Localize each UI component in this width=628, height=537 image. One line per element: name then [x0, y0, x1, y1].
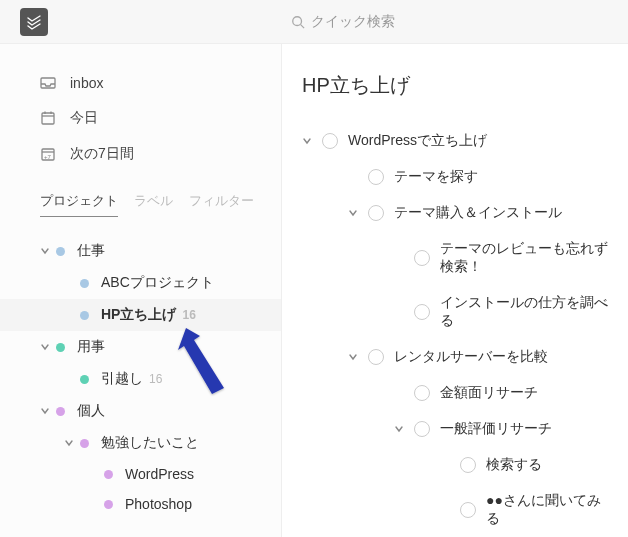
project-label: 勉強したいこと — [101, 434, 199, 452]
nav-today[interactable]: 今日 — [0, 100, 281, 136]
task-label: 一般評価リサーチ — [440, 420, 552, 438]
task-row[interactable]: 金額面リサーチ — [302, 375, 608, 411]
inbox-icon — [40, 75, 56, 91]
project-label: 個人 — [77, 402, 105, 420]
project-row[interactable]: Photoshop — [0, 489, 281, 519]
task-checkbox[interactable] — [368, 349, 384, 365]
project-label: ABCプロジェクト — [101, 274, 214, 292]
project-row[interactable]: 仕事 — [0, 235, 281, 267]
tab-projects[interactable]: プロジェクト — [40, 192, 118, 217]
task-checkbox[interactable] — [414, 385, 430, 401]
topbar: クイック検索 — [0, 0, 628, 44]
layout: inbox 今日 +7 次の7日間 プロジェクト ラベル フィルター 仕事ABC… — [0, 44, 628, 537]
task-row[interactable]: テーマのレビューも忘れず検索！ — [302, 231, 608, 285]
project-color-dot — [80, 439, 89, 448]
project-label: Photoshop — [125, 496, 192, 512]
project-color-dot — [56, 247, 65, 256]
task-label: テーマ購入＆インストール — [394, 204, 562, 222]
task-label: レンタルサーバーを比較 — [394, 348, 548, 366]
task-row[interactable]: テーマ購入＆インストール — [302, 195, 608, 231]
chevron-down-icon[interactable] — [40, 406, 50, 416]
task-label: 金額面リサーチ — [440, 384, 538, 402]
sidebar: inbox 今日 +7 次の7日間 プロジェクト ラベル フィルター 仕事ABC… — [0, 44, 282, 537]
search-icon — [291, 15, 305, 29]
task-checkbox[interactable] — [414, 421, 430, 437]
task-row[interactable]: WordPressで立ち上げ — [302, 123, 608, 159]
project-label: WordPress — [125, 466, 194, 482]
task-label: インストールの仕方を調べる — [440, 294, 608, 330]
project-row[interactable]: 引越し16 — [0, 363, 281, 395]
task-label: テーマを探す — [394, 168, 478, 186]
project-label: 用事 — [77, 338, 105, 356]
task-label: WordPressで立ち上げ — [348, 132, 487, 150]
chevron-down-icon[interactable] — [40, 342, 50, 352]
logo-icon — [26, 14, 42, 30]
task-row[interactable]: レンタルサーバーを比較 — [302, 339, 608, 375]
project-color-dot — [80, 375, 89, 384]
task-label: 検索する — [486, 456, 542, 474]
main-content: HP立ち上げ WordPressで立ち上げテーマを探すテーマ購入＆インストールテ… — [282, 44, 628, 537]
task-checkbox[interactable] — [460, 457, 476, 473]
project-row[interactable]: HP立ち上げ16 — [0, 299, 281, 331]
nav-label: 今日 — [70, 109, 98, 127]
project-color-dot — [80, 279, 89, 288]
nav-label: 次の7日間 — [70, 145, 134, 163]
task-checkbox[interactable] — [460, 502, 476, 518]
project-row[interactable]: WordPress — [0, 459, 281, 489]
svg-rect-3 — [42, 113, 54, 124]
task-checkbox[interactable] — [368, 205, 384, 221]
svg-point-0 — [293, 16, 302, 25]
sidebar-tabs: プロジェクト ラベル フィルター — [0, 172, 281, 225]
task-checkbox[interactable] — [368, 169, 384, 185]
chevron-down-icon[interactable] — [348, 352, 358, 362]
chevron-down-icon[interactable] — [348, 208, 358, 218]
project-row[interactable]: 勉強したいこと — [0, 427, 281, 459]
nav-next7[interactable]: +7 次の7日間 — [0, 136, 281, 172]
project-label: 仕事 — [77, 242, 105, 260]
task-checkbox[interactable] — [322, 133, 338, 149]
chevron-down-icon[interactable] — [394, 424, 404, 434]
project-list: 仕事ABCプロジェクトHP立ち上げ16用事引越し16個人勉強したいことWordP… — [0, 225, 281, 519]
svg-line-1 — [301, 24, 305, 28]
calendar-7-icon: +7 — [40, 146, 56, 162]
project-row[interactable]: 用事 — [0, 331, 281, 363]
project-color-dot — [56, 407, 65, 416]
task-row[interactable]: インストールの仕方を調べる — [302, 285, 608, 339]
task-row[interactable]: 検索する — [302, 447, 608, 483]
project-color-dot — [104, 470, 113, 479]
project-count: 16 — [182, 308, 195, 322]
project-color-dot — [104, 500, 113, 509]
task-label: ●●さんに聞いてみる — [486, 492, 608, 528]
app-logo[interactable] — [20, 8, 48, 36]
project-color-dot — [56, 343, 65, 352]
task-row[interactable]: ●●さんに聞いてみる — [302, 483, 608, 537]
chevron-down-icon[interactable] — [40, 246, 50, 256]
task-list: WordPressで立ち上げテーマを探すテーマ購入＆インストールテーマのレビュー… — [302, 123, 608, 537]
task-checkbox[interactable] — [414, 250, 430, 266]
chevron-down-icon[interactable] — [64, 438, 74, 448]
search-placeholder: クイック検索 — [311, 13, 395, 31]
quick-search[interactable]: クイック検索 — [78, 13, 608, 31]
nav-inbox[interactable]: inbox — [0, 66, 281, 100]
task-checkbox[interactable] — [414, 304, 430, 320]
page-title: HP立ち上げ — [302, 72, 608, 99]
project-label: 引越し — [101, 370, 143, 388]
tab-filters[interactable]: フィルター — [189, 192, 254, 217]
project-row[interactable]: 個人 — [0, 395, 281, 427]
project-row[interactable]: ABCプロジェクト — [0, 267, 281, 299]
tab-labels[interactable]: ラベル — [134, 192, 173, 217]
task-row[interactable]: テーマを探す — [302, 159, 608, 195]
project-count: 16 — [149, 372, 162, 386]
task-row[interactable]: 一般評価リサーチ — [302, 411, 608, 447]
project-label: HP立ち上げ — [101, 306, 176, 324]
chevron-down-icon[interactable] — [302, 136, 312, 146]
svg-text:+7: +7 — [44, 154, 52, 160]
nav-label: inbox — [70, 75, 103, 91]
task-label: テーマのレビューも忘れず検索！ — [440, 240, 608, 276]
calendar-icon — [40, 110, 56, 126]
project-color-dot — [80, 311, 89, 320]
